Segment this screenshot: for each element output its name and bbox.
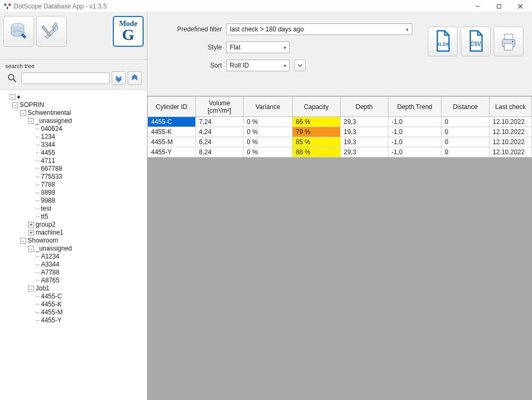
table-cell[interactable]: 0 % (244, 147, 293, 157)
tree-expander[interactable]: - (28, 118, 34, 124)
table-cell[interactable]: -1,0 (388, 117, 442, 127)
table-cell[interactable]: 88 % (293, 147, 340, 157)
column-header[interactable]: Last check (489, 97, 532, 117)
column-header[interactable]: Depth Trend (388, 97, 442, 117)
tree-expander[interactable]: - (20, 110, 26, 116)
table-row[interactable]: 4455-M6,240 %85 %19,3-1,0012.10.2022 (148, 137, 532, 147)
tree-item[interactable]: 4711 (41, 157, 55, 164)
tree-expander[interactable]: + (28, 230, 34, 236)
database-button[interactable] (3, 16, 34, 47)
table-cell[interactable]: -1,0 (388, 137, 442, 147)
sort-select[interactable]: Roll ID ▾ (226, 60, 290, 71)
tree-item[interactable]: A3344 (41, 261, 60, 268)
column-header[interactable]: Cylinder ID (148, 97, 196, 117)
table-cell[interactable]: 79 % (293, 127, 340, 137)
column-header[interactable]: Distance (442, 97, 489, 117)
tree-expander[interactable]: - (12, 102, 18, 108)
table-cell[interactable]: 85 % (293, 137, 340, 147)
table-cell[interactable]: 29,3 (340, 117, 388, 127)
table-cell[interactable]: 4455-M (148, 137, 196, 147)
table-area[interactable]: Cylinder IDVolume[cm³/m²]VarianceCapacit… (147, 96, 532, 400)
table-row[interactable]: 4455-C7,240 %86 %29,3-1,0012.10.2022 (148, 117, 532, 127)
export-csv-button[interactable]: CSV (461, 27, 491, 56)
close-button[interactable] (510, 0, 531, 13)
style-select[interactable]: Flat ▾ (226, 41, 290, 53)
collapse-up-button[interactable] (128, 71, 142, 85)
tree-item[interactable]: Job1 (36, 285, 49, 292)
maximize-button[interactable] (488, 0, 510, 13)
data-table[interactable]: Cylinder IDVolume[cm³/m²]VarianceCapacit… (147, 96, 532, 157)
expand-down-button[interactable] (112, 71, 126, 85)
tree-item[interactable]: machine1 (36, 229, 63, 236)
predefined-filter-select[interactable]: last check > 180 days ago ▾ (226, 23, 412, 35)
table-cell[interactable]: 0 (442, 147, 489, 157)
tree-item[interactable]: Showroom (28, 237, 58, 244)
table-cell[interactable]: 0 % (244, 137, 293, 147)
table-cell[interactable]: -1,0 (388, 147, 442, 157)
tree-item[interactable]: 9988 (41, 197, 55, 204)
tree-item[interactable]: 4455-C (41, 293, 62, 300)
tree-expander[interactable]: - (28, 286, 34, 291)
table-cell[interactable]: 0 (442, 117, 489, 127)
table-cell[interactable]: 0 (442, 137, 489, 147)
tree-expander[interactable]: - (20, 238, 26, 244)
table-cell[interactable]: 12.10.2022 (489, 137, 532, 147)
minimize-button[interactable] (467, 0, 488, 13)
tree-root[interactable]: ♦ (17, 93, 20, 101)
tree-item[interactable]: A7788 (41, 269, 60, 276)
tree-item[interactable]: SOPRIN (20, 101, 44, 109)
table-cell[interactable]: 12.10.2022 (489, 127, 532, 137)
table-row[interactable]: 4455-Y8,240 %88 %29,3-1,0012.10.2022 (148, 147, 532, 157)
table-cell[interactable]: 4455-Y (148, 147, 196, 157)
column-header[interactable]: Variance (244, 97, 293, 117)
tree-expander[interactable]: + (28, 222, 34, 228)
table-cell[interactable]: 4455-C (148, 117, 196, 127)
table-cell[interactable]: 19,3 (340, 127, 388, 137)
table-cell[interactable]: 0 % (244, 117, 293, 127)
table-cell[interactable]: 4455-K (148, 127, 196, 137)
tree-item[interactable]: 040624 (41, 125, 62, 132)
tree-item[interactable]: _unassigned (36, 117, 72, 124)
tree-item[interactable]: test (41, 205, 51, 212)
tree-expander[interactable]: - (10, 94, 15, 100)
table-row[interactable]: 4455-K4,240 %79 %19,3-1,0012.10.2022 (148, 127, 532, 137)
tree-item[interactable]: group2 (36, 221, 55, 228)
print-button[interactable] (494, 27, 523, 56)
tools-button[interactable] (36, 16, 67, 47)
tree-item[interactable]: 7788 (41, 181, 55, 188)
tree-expander[interactable]: - (28, 246, 34, 252)
table-cell[interactable]: 6,24 (196, 137, 244, 147)
tree-item[interactable]: A8765 (41, 277, 60, 284)
table-cell[interactable]: 12.10.2022 (489, 117, 532, 127)
tree-item[interactable]: 4455-K (41, 301, 62, 308)
column-header[interactable]: Volume[cm³/m²] (196, 97, 244, 117)
sort-direction-button[interactable] (294, 60, 306, 71)
table-cell[interactable]: 4,24 (196, 127, 244, 137)
table-cell[interactable]: 12.10.2022 (489, 147, 532, 157)
column-header[interactable]: Depth (340, 97, 388, 117)
export-xlsx-button[interactable]: XLSX (428, 27, 458, 56)
tree-item[interactable]: 775533 (41, 173, 62, 180)
tree-item[interactable]: 8899 (41, 189, 55, 196)
tree-item[interactable]: A1234 (41, 253, 60, 260)
tree-item[interactable]: 3344 (41, 141, 55, 148)
tree-item[interactable]: tt5 (41, 213, 48, 220)
tree-view[interactable]: -♦-SOPRIN-Schwentinental-_unassigned0406… (0, 90, 147, 400)
table-cell[interactable]: 19,3 (340, 137, 388, 147)
table-cell[interactable]: -1,0 (388, 127, 442, 137)
tree-item[interactable]: 4455 (41, 149, 55, 156)
table-cell[interactable]: 7,24 (196, 117, 244, 127)
table-cell[interactable]: 8,24 (196, 147, 244, 157)
tree-item[interactable]: 4455-M (41, 309, 63, 316)
table-cell[interactable]: 0 % (244, 127, 293, 137)
tree-item[interactable]: 667788 (41, 165, 62, 172)
mode-g-button[interactable]: Mode G (113, 16, 144, 47)
tree-item[interactable]: 1234 (41, 133, 55, 140)
table-cell[interactable]: 0 (442, 127, 489, 137)
tree-item[interactable]: 4455-Y (41, 316, 62, 324)
column-header[interactable]: Capacity (293, 97, 340, 117)
tree-item[interactable]: _unassigned (36, 245, 72, 252)
table-cell[interactable]: 29,3 (340, 147, 388, 157)
table-cell[interactable]: 86 % (293, 117, 340, 127)
search-input[interactable] (21, 72, 110, 84)
